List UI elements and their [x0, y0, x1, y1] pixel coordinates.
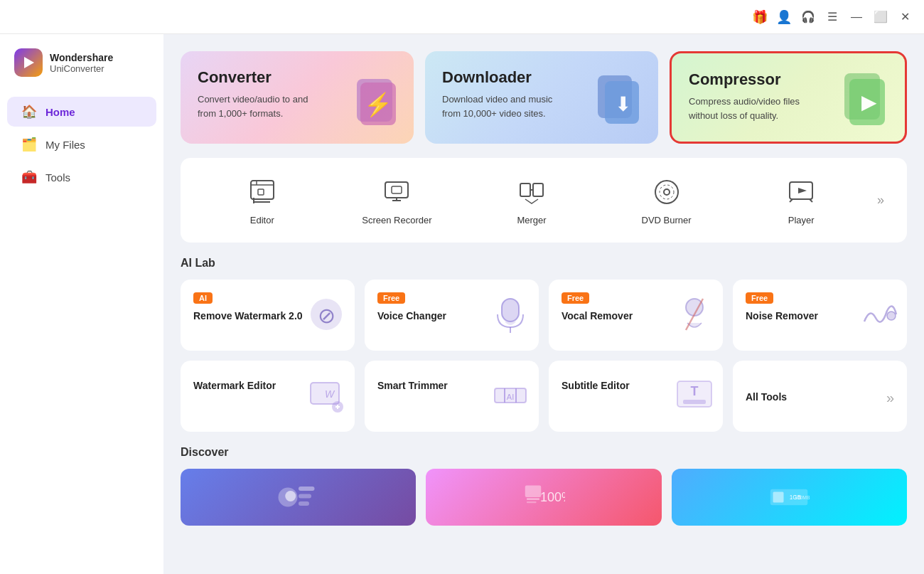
ai-card-title-all-tools: All Tools — [746, 390, 787, 405]
user-icon[interactable]: 👤 — [776, 9, 792, 25]
subtitle-editor-img: T — [673, 374, 716, 425]
svg-marker-0 — [24, 57, 34, 68]
discover-row: 100% 1GB 100MB — [181, 469, 907, 526]
all-tools-arrow-icon: » — [886, 390, 894, 406]
player-label: Player — [788, 215, 815, 225]
tool-editor[interactable]: Editor — [195, 169, 330, 231]
svg-rect-47 — [683, 400, 706, 404]
ai-lab-grid: AI Remove Watermark 2.0 ⊘ Free Voice Cha… — [181, 280, 907, 432]
svg-line-28 — [790, 199, 793, 202]
gift-icon[interactable]: 🎁 — [752, 9, 768, 25]
ai-badge-noise-remover: Free — [746, 292, 773, 304]
headset-icon[interactable]: 🎧 — [800, 9, 816, 25]
ai-card-voice-changer[interactable]: Free Voice Changer — [365, 280, 539, 351]
svg-point-36 — [887, 312, 896, 320]
ai-lab-title: AI Lab — [181, 257, 907, 270]
sidebar-item-tools[interactable]: 🧰 Tools — [7, 162, 156, 192]
discover-card-2[interactable]: 100% — [426, 469, 661, 526]
svg-rect-55 — [527, 499, 539, 500]
sidebar: Wondershare UniConverter 🏠 Home 🗂️ My Fi… — [0, 34, 163, 574]
ai-badge-vocal-remover: Free — [562, 292, 589, 304]
svg-text:⚡: ⚡ — [364, 91, 392, 118]
svg-point-50 — [285, 491, 296, 501]
compressor-icon: ▶ — [834, 66, 898, 142]
home-icon: 🏠 — [21, 104, 37, 119]
sidebar-home-label: Home — [45, 106, 75, 118]
tools-icon: 🧰 — [21, 169, 37, 185]
svg-text:⊘: ⊘ — [318, 304, 335, 327]
tool-screen-recorder[interactable]: Screen Recorder — [330, 169, 465, 231]
dvd-burner-icon — [650, 175, 684, 209]
ai-card-subtitle-editor[interactable]: Subtitle Editor T — [549, 361, 723, 432]
converter-desc: Convert video/audio to and from 1,000+ f… — [198, 92, 311, 120]
downloader-card[interactable]: Downloader Download video and music from… — [425, 51, 658, 144]
tool-merger[interactable]: Merger — [464, 169, 599, 231]
tools-more-button[interactable]: » — [869, 187, 893, 213]
svg-text:100MB: 100MB — [795, 495, 810, 500]
ai-card-vocal-remover[interactable]: Free Vocal Remover — [549, 280, 723, 351]
svg-text:⬇: ⬇ — [615, 93, 631, 115]
sidebar-myfiles-label: My Files — [45, 139, 85, 151]
close-button[interactable]: ✕ — [897, 9, 913, 25]
svg-rect-54 — [525, 486, 542, 498]
svg-text:100%: 100% — [540, 490, 565, 504]
noise-remover-img — [857, 293, 900, 344]
maximize-button[interactable]: ⬜ — [873, 9, 888, 25]
sidebar-item-myfiles[interactable]: 🗂️ My Files — [7, 129, 156, 159]
editor-label: Editor — [250, 215, 274, 225]
compressor-card[interactable]: Compressor Compress audio/video files wi… — [670, 51, 907, 144]
svg-rect-59 — [773, 492, 784, 503]
svg-text:AI: AI — [507, 393, 514, 401]
ai-card-remove-watermark[interactable]: AI Remove Watermark 2.0 ⊘ — [181, 280, 355, 351]
screen-recorder-icon — [380, 175, 414, 209]
svg-rect-16 — [385, 182, 408, 198]
discover-card-3[interactable]: 1GB 100MB — [672, 469, 907, 526]
svg-rect-19 — [392, 186, 402, 193]
svg-text:T: T — [691, 384, 699, 398]
svg-point-25 — [660, 185, 674, 199]
screen-recorder-label: Screen Recorder — [362, 215, 431, 225]
ai-badge-voice-changer: Free — [377, 292, 405, 304]
ai-card-all-tools[interactable]: All Tools » — [733, 361, 907, 432]
svg-rect-13 — [258, 189, 264, 195]
vocal-remover-img — [673, 293, 716, 344]
sidebar-logo: Wondershare UniConverter — [0, 48, 163, 94]
menu-icon[interactable]: ☰ — [824, 9, 840, 25]
svg-rect-20 — [520, 184, 530, 196]
merger-label: Merger — [517, 215, 546, 225]
merger-icon — [515, 175, 549, 209]
svg-rect-53 — [299, 501, 309, 506]
ai-card-smart-trimmer[interactable]: Smart Trimmer AI — [365, 361, 539, 432]
svg-point-24 — [664, 189, 670, 195]
svg-text:▶: ▶ — [861, 91, 877, 113]
ai-card-noise-remover[interactable]: Free Noise Remover — [733, 280, 907, 351]
myfiles-icon: 🗂️ — [21, 137, 37, 152]
titlebar: 🎁 👤 🎧 ☰ — ⬜ ✕ — [0, 0, 924, 34]
tool-player[interactable]: Player — [734, 169, 869, 231]
sidebar-item-home[interactable]: 🏠 Home — [7, 97, 156, 127]
svg-rect-21 — [533, 184, 543, 196]
downloader-icon: ⬇ — [587, 68, 651, 144]
svg-rect-32 — [502, 299, 519, 321]
smart-trimmer-img: AI — [489, 374, 532, 425]
main-content: Converter Convert video/audio to and fro… — [163, 34, 924, 574]
logo-title: Wondershare — [50, 52, 113, 63]
svg-point-23 — [655, 181, 678, 203]
converter-card[interactable]: Converter Convert video/audio to and fro… — [181, 51, 414, 144]
svg-text:W: W — [325, 388, 335, 400]
svg-marker-27 — [798, 188, 807, 193]
ai-badge-remove-watermark: AI — [193, 292, 213, 304]
svg-line-29 — [810, 199, 812, 202]
tools-row: Editor Screen Recorder — [181, 158, 907, 243]
downloader-desc: Download video and music from 10,000+ vi… — [442, 92, 556, 120]
player-icon — [784, 175, 818, 209]
discover-card-1[interactable] — [181, 469, 416, 526]
minimize-button[interactable]: — — [849, 9, 864, 25]
logo-text: Wondershare UniConverter — [50, 52, 113, 74]
converter-icon: ⚡ — [343, 68, 407, 144]
ai-card-watermark-editor[interactable]: Watermark Editor W — [181, 361, 355, 432]
svg-rect-56 — [527, 501, 537, 503]
svg-rect-10 — [251, 181, 274, 199]
tool-dvd-burner[interactable]: DVD Burner — [599, 169, 734, 231]
voice-changer-img — [489, 293, 532, 344]
